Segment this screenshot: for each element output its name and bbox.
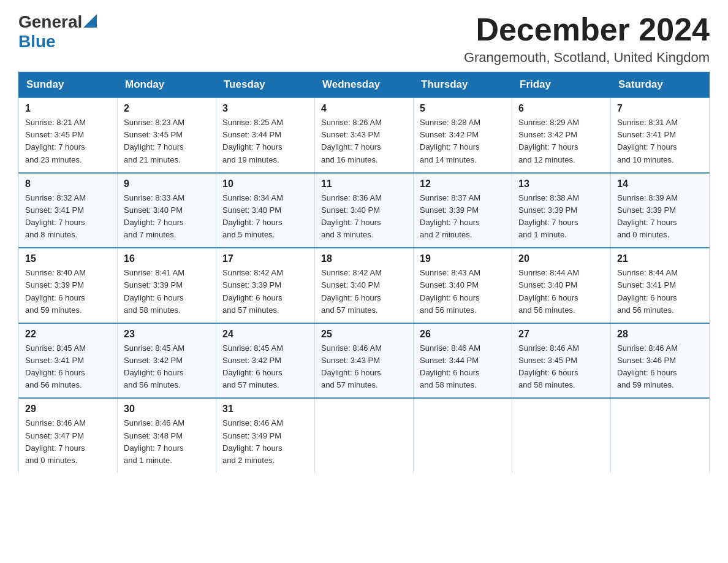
month-title: December 2024 <box>464 12 710 47</box>
table-row: 5Sunrise: 8:28 AMSunset: 3:42 PMDaylight… <box>414 98 512 173</box>
day-info: Sunrise: 8:25 AMSunset: 3:44 PMDaylight:… <box>222 117 308 166</box>
day-number: 14 <box>617 178 703 190</box>
day-info: Sunrise: 8:45 AMSunset: 3:41 PMDaylight:… <box>25 342 111 392</box>
table-row <box>414 398 512 473</box>
table-row: 30Sunrise: 8:46 AMSunset: 3:48 PMDayligh… <box>118 398 216 473</box>
day-info: Sunrise: 8:42 AMSunset: 3:39 PMDaylight:… <box>222 267 308 316</box>
table-row: 9Sunrise: 8:33 AMSunset: 3:40 PMDaylight… <box>118 173 216 248</box>
day-info: Sunrise: 8:40 AMSunset: 3:39 PMDaylight:… <box>25 267 111 316</box>
table-row <box>512 398 611 473</box>
day-number: 8 <box>25 178 111 190</box>
table-row: 23Sunrise: 8:45 AMSunset: 3:42 PMDayligh… <box>118 323 216 399</box>
col-saturday: Saturday <box>611 72 710 98</box>
day-info: Sunrise: 8:46 AMSunset: 3:45 PMDaylight:… <box>518 342 604 392</box>
day-info: Sunrise: 8:46 AMSunset: 3:49 PMDaylight:… <box>222 417 308 467</box>
day-info: Sunrise: 8:46 AMSunset: 3:43 PMDaylight:… <box>321 342 407 392</box>
table-row: 20Sunrise: 8:44 AMSunset: 3:40 PMDayligh… <box>512 248 611 323</box>
day-info: Sunrise: 8:46 AMSunset: 3:48 PMDaylight:… <box>124 417 210 467</box>
table-row: 15Sunrise: 8:40 AMSunset: 3:39 PMDayligh… <box>19 248 118 323</box>
day-number: 15 <box>25 253 111 264</box>
calendar-week-5: 29Sunrise: 8:46 AMSunset: 3:47 PMDayligh… <box>19 398 710 473</box>
page-header: General Blue December 2024 Grangemouth, … <box>18 12 710 66</box>
day-number: 17 <box>222 253 308 264</box>
day-number: 23 <box>124 329 210 340</box>
table-row: 17Sunrise: 8:42 AMSunset: 3:39 PMDayligh… <box>216 248 315 323</box>
header-row: Sunday Monday Tuesday Wednesday Thursday… <box>19 72 710 98</box>
table-row <box>611 398 710 473</box>
table-row: 28Sunrise: 8:46 AMSunset: 3:46 PMDayligh… <box>611 323 710 399</box>
day-number: 10 <box>222 178 308 190</box>
table-row: 25Sunrise: 8:46 AMSunset: 3:43 PMDayligh… <box>315 323 414 399</box>
day-info: Sunrise: 8:46 AMSunset: 3:44 PMDaylight:… <box>420 342 506 392</box>
table-row: 19Sunrise: 8:43 AMSunset: 3:40 PMDayligh… <box>414 248 512 323</box>
day-number: 25 <box>321 329 407 340</box>
day-number: 18 <box>321 253 407 264</box>
table-row: 1Sunrise: 8:21 AMSunset: 3:45 PMDaylight… <box>19 98 118 173</box>
day-number: 6 <box>518 103 604 114</box>
day-info: Sunrise: 8:34 AMSunset: 3:40 PMDaylight:… <box>222 192 308 242</box>
day-number: 9 <box>124 178 210 190</box>
location-title: Grangemouth, Scotland, United Kingdom <box>464 50 710 66</box>
day-number: 30 <box>124 404 210 415</box>
title-block: December 2024 Grangemouth, Scotland, Uni… <box>464 12 710 66</box>
col-wednesday: Wednesday <box>315 72 414 98</box>
day-info: Sunrise: 8:28 AMSunset: 3:42 PMDaylight:… <box>420 117 506 166</box>
table-row: 4Sunrise: 8:26 AMSunset: 3:43 PMDaylight… <box>315 98 414 173</box>
day-info: Sunrise: 8:36 AMSunset: 3:40 PMDaylight:… <box>321 192 407 242</box>
day-number: 24 <box>222 329 308 340</box>
table-row: 22Sunrise: 8:45 AMSunset: 3:41 PMDayligh… <box>19 323 118 399</box>
day-number: 19 <box>420 253 506 264</box>
table-row: 7Sunrise: 8:31 AMSunset: 3:41 PMDaylight… <box>611 98 710 173</box>
day-info: Sunrise: 8:41 AMSunset: 3:39 PMDaylight:… <box>124 267 210 316</box>
day-info: Sunrise: 8:21 AMSunset: 3:45 PMDaylight:… <box>25 117 111 166</box>
day-number: 29 <box>25 404 111 415</box>
table-row: 6Sunrise: 8:29 AMSunset: 3:42 PMDaylight… <box>512 98 611 173</box>
col-thursday: Thursday <box>414 72 512 98</box>
logo-blue: Blue <box>18 32 56 51</box>
day-number: 3 <box>222 103 308 114</box>
table-row: 3Sunrise: 8:25 AMSunset: 3:44 PMDaylight… <box>216 98 315 173</box>
day-info: Sunrise: 8:42 AMSunset: 3:40 PMDaylight:… <box>321 267 407 316</box>
day-info: Sunrise: 8:46 AMSunset: 3:47 PMDaylight:… <box>25 417 111 467</box>
table-row: 12Sunrise: 8:37 AMSunset: 3:39 PMDayligh… <box>414 173 512 248</box>
svg-marker-0 <box>83 14 97 28</box>
table-row: 16Sunrise: 8:41 AMSunset: 3:39 PMDayligh… <box>118 248 216 323</box>
day-info: Sunrise: 8:32 AMSunset: 3:41 PMDaylight:… <box>25 192 111 242</box>
day-number: 22 <box>25 329 111 340</box>
day-number: 16 <box>124 253 210 264</box>
day-number: 5 <box>420 103 506 114</box>
day-info: Sunrise: 8:45 AMSunset: 3:42 PMDaylight:… <box>222 342 308 392</box>
day-info: Sunrise: 8:46 AMSunset: 3:46 PMDaylight:… <box>617 342 703 392</box>
day-number: 21 <box>617 253 703 264</box>
table-row: 14Sunrise: 8:39 AMSunset: 3:39 PMDayligh… <box>611 173 710 248</box>
day-number: 20 <box>518 253 604 264</box>
day-info: Sunrise: 8:44 AMSunset: 3:40 PMDaylight:… <box>518 267 604 316</box>
day-number: 31 <box>222 404 308 415</box>
day-info: Sunrise: 8:37 AMSunset: 3:39 PMDaylight:… <box>420 192 506 242</box>
col-friday: Friday <box>512 72 611 98</box>
day-info: Sunrise: 8:44 AMSunset: 3:41 PMDaylight:… <box>617 267 703 316</box>
table-row: 31Sunrise: 8:46 AMSunset: 3:49 PMDayligh… <box>216 398 315 473</box>
table-row: 27Sunrise: 8:46 AMSunset: 3:45 PMDayligh… <box>512 323 611 399</box>
table-row: 26Sunrise: 8:46 AMSunset: 3:44 PMDayligh… <box>414 323 512 399</box>
logo: General Blue <box>18 12 97 52</box>
table-row <box>315 398 414 473</box>
day-number: 27 <box>518 329 604 340</box>
day-info: Sunrise: 8:23 AMSunset: 3:45 PMDaylight:… <box>124 117 210 166</box>
day-info: Sunrise: 8:43 AMSunset: 3:40 PMDaylight:… <box>420 267 506 316</box>
day-number: 26 <box>420 329 506 340</box>
table-row: 24Sunrise: 8:45 AMSunset: 3:42 PMDayligh… <box>216 323 315 399</box>
calendar-table: Sunday Monday Tuesday Wednesday Thursday… <box>18 72 710 473</box>
day-info: Sunrise: 8:31 AMSunset: 3:41 PMDaylight:… <box>617 117 703 166</box>
calendar-week-2: 8Sunrise: 8:32 AMSunset: 3:41 PMDaylight… <box>19 173 710 248</box>
col-monday: Monday <box>118 72 216 98</box>
day-number: 11 <box>321 178 407 190</box>
table-row: 11Sunrise: 8:36 AMSunset: 3:40 PMDayligh… <box>315 173 414 248</box>
table-row: 13Sunrise: 8:38 AMSunset: 3:39 PMDayligh… <box>512 173 611 248</box>
calendar-week-3: 15Sunrise: 8:40 AMSunset: 3:39 PMDayligh… <box>19 248 710 323</box>
calendar-week-4: 22Sunrise: 8:45 AMSunset: 3:41 PMDayligh… <box>19 323 710 399</box>
day-number: 12 <box>420 178 506 190</box>
calendar-week-1: 1Sunrise: 8:21 AMSunset: 3:45 PMDaylight… <box>19 98 710 173</box>
day-number: 13 <box>518 178 604 190</box>
day-number: 4 <box>321 103 407 114</box>
